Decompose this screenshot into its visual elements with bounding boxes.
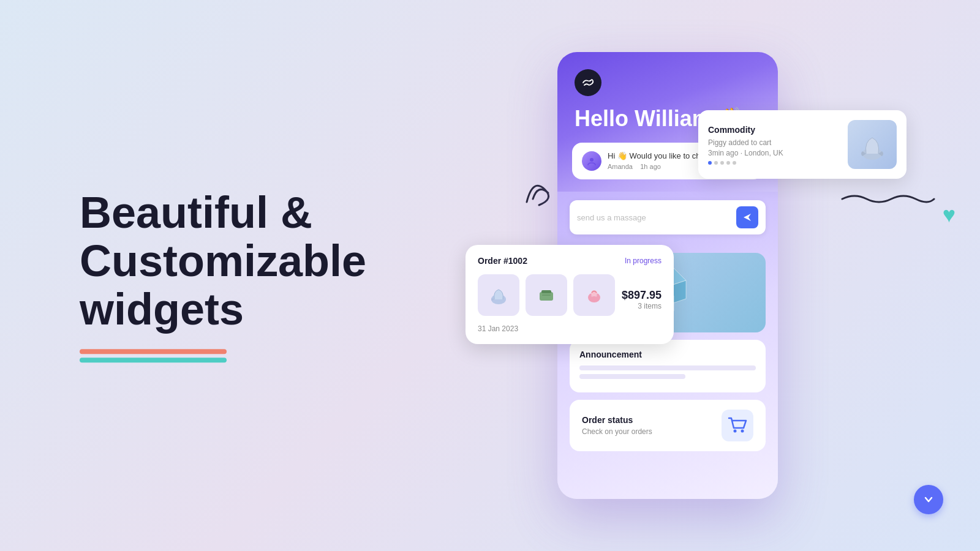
message-input-container[interactable]: send us a massage — [570, 200, 766, 234]
dot-3 — [720, 161, 724, 165]
svg-point-7 — [734, 430, 737, 433]
svg-point-16 — [595, 294, 597, 297]
heart-decoration: ♥ — [943, 202, 956, 228]
commodity-image — [848, 120, 897, 169]
commodity-detail-1: Piggy added to cart — [708, 138, 840, 147]
order-status-info: Order status Check on your orders — [582, 415, 652, 436]
dot-1 — [708, 161, 712, 165]
dot-4 — [726, 161, 730, 165]
commodity-detail-2: 3min ago · London, UK — [708, 149, 840, 157]
commodity-info: Commodity Piggy added to cart 3min ago ·… — [708, 125, 840, 165]
svg-point-15 — [591, 294, 594, 297]
swirl-decoration — [521, 171, 557, 208]
floating-commodity-card: Commodity Piggy added to cart 3min ago ·… — [698, 110, 907, 179]
cart-icon-container — [722, 410, 753, 441]
message-input[interactable]: send us a massage — [577, 213, 731, 222]
order-status-title: Order status — [582, 415, 652, 425]
hero-left: Beautiful & Customizable widgets — [80, 189, 366, 362]
order-status-badge: In progress — [625, 257, 662, 265]
dot-5 — [733, 161, 736, 165]
svg-point-8 — [741, 430, 744, 433]
right-section: ♥ Hello William 👋 — [429, 0, 980, 551]
main-heading: Beautiful & Customizable widgets — [80, 189, 366, 334]
product-img-2 — [526, 274, 567, 316]
svg-rect-10 — [540, 292, 553, 301]
commodity-title: Commodity — [708, 125, 840, 135]
product-img-1 — [478, 274, 519, 316]
scroll-down-button[interactable] — [914, 485, 943, 514]
logo-icon — [575, 69, 601, 96]
order-status-subtitle: Check on your orders — [582, 427, 652, 436]
announcement-line-1 — [579, 365, 756, 370]
wave-orange — [80, 349, 227, 354]
order-number: Order #1002 — [478, 256, 527, 266]
order-card-footer: 31 Jan 2023 — [478, 324, 662, 333]
dots-indicator — [708, 161, 840, 165]
wave-squiggle — [839, 190, 937, 211]
dot-2 — [714, 161, 718, 165]
chat-avatar — [582, 151, 601, 171]
announcement-title: Announcement — [579, 350, 756, 359]
product-img-3 — [573, 274, 615, 316]
wave-teal — [80, 358, 227, 362]
order-price-section: $897.95 3 items — [622, 289, 662, 310]
wave-decoration — [80, 349, 366, 362]
announcement-line-2 — [579, 374, 685, 379]
announcement-card: Announcement — [570, 340, 766, 392]
order-price: $897.95 — [622, 289, 662, 302]
order-card-header: Order #1002 In progress — [478, 256, 662, 266]
floating-order-card: Order #1002 In progress — [466, 245, 674, 344]
order-products — [478, 274, 615, 316]
order-status-card[interactable]: Order status Check on your orders — [570, 400, 766, 451]
send-button[interactable] — [736, 206, 758, 228]
svg-rect-11 — [541, 290, 551, 293]
svg-point-0 — [590, 158, 594, 162]
order-items-count: 3 items — [622, 302, 662, 310]
svg-rect-12 — [542, 294, 551, 296]
